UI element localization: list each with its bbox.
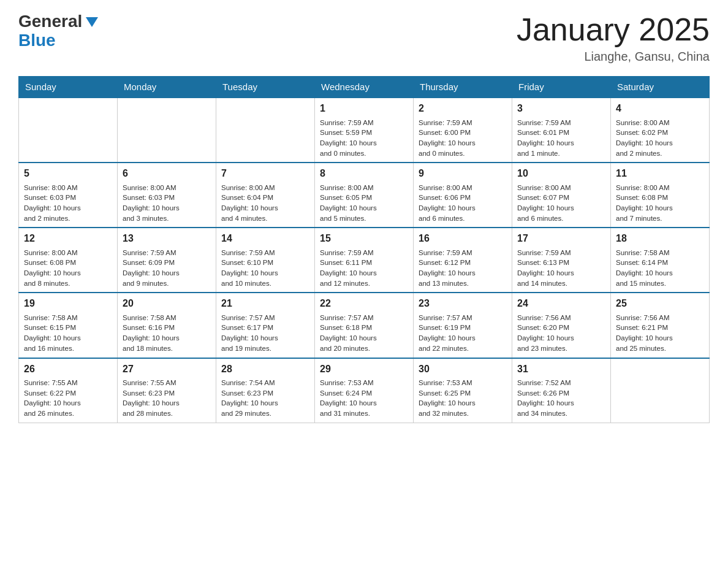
table-row: 20Sunrise: 7:58 AM Sunset: 6:16 PM Dayli…: [118, 293, 216, 358]
day-number: 17: [517, 232, 605, 245]
day-number: 29: [320, 362, 408, 376]
svg-marker-0: [86, 17, 98, 27]
header-wednesday: Wednesday: [315, 77, 414, 98]
day-info: Sunrise: 7:52 AM Sunset: 6:26 PM Dayligh…: [517, 378, 605, 419]
header-monday: Monday: [118, 77, 216, 98]
table-row: [118, 98, 216, 163]
header-sunday: Sunday: [19, 77, 118, 98]
table-row: 14Sunrise: 7:59 AM Sunset: 6:10 PM Dayli…: [216, 228, 315, 293]
day-number: 25: [616, 297, 704, 310]
day-number: 9: [419, 167, 507, 180]
day-info: Sunrise: 7:53 AM Sunset: 6:24 PM Dayligh…: [320, 378, 408, 419]
table-row: 15Sunrise: 7:59 AM Sunset: 6:11 PM Dayli…: [315, 228, 414, 293]
table-row: 17Sunrise: 7:59 AM Sunset: 6:13 PM Dayli…: [512, 228, 611, 293]
day-number: 22: [320, 297, 408, 310]
logo: General Blue: [18, 12, 100, 50]
day-info: Sunrise: 8:00 AM Sunset: 6:06 PM Dayligh…: [419, 183, 507, 224]
header-saturday: Saturday: [611, 77, 710, 98]
table-row: 7Sunrise: 8:00 AM Sunset: 6:04 PM Daylig…: [216, 163, 315, 228]
table-row: 28Sunrise: 7:54 AM Sunset: 6:23 PM Dayli…: [216, 358, 315, 423]
table-row: 24Sunrise: 7:56 AM Sunset: 6:20 PM Dayli…: [512, 293, 611, 358]
table-row: 21Sunrise: 7:57 AM Sunset: 6:17 PM Dayli…: [216, 293, 315, 358]
day-number: 21: [221, 297, 309, 310]
day-info: Sunrise: 8:00 AM Sunset: 6:05 PM Dayligh…: [320, 183, 408, 224]
day-info: Sunrise: 7:59 AM Sunset: 6:01 PM Dayligh…: [517, 118, 605, 159]
day-info: Sunrise: 7:59 AM Sunset: 5:59 PM Dayligh…: [320, 118, 408, 159]
table-row: [611, 358, 710, 423]
day-info: Sunrise: 7:57 AM Sunset: 6:19 PM Dayligh…: [419, 313, 507, 354]
logo-general-text: General: [18, 13, 82, 30]
day-info: Sunrise: 7:59 AM Sunset: 6:13 PM Dayligh…: [517, 248, 605, 289]
day-number: 24: [517, 297, 605, 310]
day-info: Sunrise: 8:00 AM Sunset: 6:04 PM Dayligh…: [221, 183, 309, 224]
header-friday: Friday: [512, 77, 611, 98]
day-number: 23: [419, 297, 507, 310]
calendar-week-row: 1Sunrise: 7:59 AM Sunset: 5:59 PM Daylig…: [19, 98, 710, 163]
table-row: 27Sunrise: 7:55 AM Sunset: 6:23 PM Dayli…: [118, 358, 216, 423]
calendar-table: Sunday Monday Tuesday Wednesday Thursday…: [18, 76, 710, 423]
table-row: 1Sunrise: 7:59 AM Sunset: 5:59 PM Daylig…: [315, 98, 414, 163]
table-row: 26Sunrise: 7:55 AM Sunset: 6:22 PM Dayli…: [19, 358, 118, 423]
table-row: 30Sunrise: 7:53 AM Sunset: 6:25 PM Dayli…: [414, 358, 512, 423]
day-number: 4: [616, 102, 704, 115]
day-number: 3: [517, 102, 605, 115]
day-number: 1: [320, 102, 408, 115]
table-row: 19Sunrise: 7:58 AM Sunset: 6:15 PM Dayli…: [19, 293, 118, 358]
day-info: Sunrise: 7:58 AM Sunset: 6:15 PM Dayligh…: [24, 313, 112, 354]
calendar-week-row: 19Sunrise: 7:58 AM Sunset: 6:15 PM Dayli…: [19, 293, 710, 358]
day-info: Sunrise: 8:00 AM Sunset: 6:02 PM Dayligh…: [616, 118, 704, 159]
title-section: January 2025 Lianghe, Gansu, China: [517, 12, 710, 64]
table-row: 6Sunrise: 8:00 AM Sunset: 6:03 PM Daylig…: [118, 163, 216, 228]
day-info: Sunrise: 8:00 AM Sunset: 6:03 PM Dayligh…: [123, 183, 211, 224]
table-row: 25Sunrise: 7:56 AM Sunset: 6:21 PM Dayli…: [611, 293, 710, 358]
table-row: 31Sunrise: 7:52 AM Sunset: 6:26 PM Dayli…: [512, 358, 611, 423]
day-info: Sunrise: 7:58 AM Sunset: 6:14 PM Dayligh…: [616, 248, 704, 289]
day-number: 28: [221, 362, 309, 376]
day-number: 5: [24, 167, 112, 180]
page-header: General Blue January 2025 Lianghe, Gansu…: [18, 12, 710, 64]
table-row: 2Sunrise: 7:59 AM Sunset: 6:00 PM Daylig…: [414, 98, 512, 163]
table-row: 9Sunrise: 8:00 AM Sunset: 6:06 PM Daylig…: [414, 163, 512, 228]
day-number: 27: [123, 362, 211, 376]
day-info: Sunrise: 7:56 AM Sunset: 6:21 PM Dayligh…: [616, 313, 704, 354]
day-info: Sunrise: 7:57 AM Sunset: 6:17 PM Dayligh…: [221, 313, 309, 354]
day-info: Sunrise: 7:59 AM Sunset: 6:12 PM Dayligh…: [419, 248, 507, 289]
table-row: [19, 98, 118, 163]
day-number: 11: [616, 167, 704, 180]
day-info: Sunrise: 7:55 AM Sunset: 6:22 PM Dayligh…: [24, 378, 112, 419]
day-info: Sunrise: 7:53 AM Sunset: 6:25 PM Dayligh…: [419, 378, 507, 419]
day-info: Sunrise: 7:56 AM Sunset: 6:20 PM Dayligh…: [517, 313, 605, 354]
day-number: 30: [419, 362, 507, 376]
table-row: 5Sunrise: 8:00 AM Sunset: 6:03 PM Daylig…: [19, 163, 118, 228]
table-row: 22Sunrise: 7:57 AM Sunset: 6:18 PM Dayli…: [315, 293, 414, 358]
day-number: 2: [419, 102, 507, 115]
day-info: Sunrise: 7:59 AM Sunset: 6:00 PM Dayligh…: [419, 118, 507, 159]
day-info: Sunrise: 7:59 AM Sunset: 6:11 PM Dayligh…: [320, 248, 408, 289]
table-row: 11Sunrise: 8:00 AM Sunset: 6:08 PM Dayli…: [611, 163, 710, 228]
day-number: 6: [123, 167, 211, 180]
day-number: 18: [616, 232, 704, 245]
calendar-header-row: Sunday Monday Tuesday Wednesday Thursday…: [19, 77, 710, 98]
day-info: Sunrise: 8:00 AM Sunset: 6:03 PM Dayligh…: [24, 183, 112, 224]
day-info: Sunrise: 7:57 AM Sunset: 6:18 PM Dayligh…: [320, 313, 408, 354]
header-thursday: Thursday: [414, 77, 512, 98]
table-row: 8Sunrise: 8:00 AM Sunset: 6:05 PM Daylig…: [315, 163, 414, 228]
day-number: 7: [221, 167, 309, 180]
table-row: 18Sunrise: 7:58 AM Sunset: 6:14 PM Dayli…: [611, 228, 710, 293]
calendar-week-row: 12Sunrise: 8:00 AM Sunset: 6:08 PM Dayli…: [19, 228, 710, 293]
main-title: January 2025: [517, 12, 710, 47]
day-info: Sunrise: 8:00 AM Sunset: 6:08 PM Dayligh…: [616, 183, 704, 224]
day-number: 13: [123, 232, 211, 245]
logo-blue-text: Blue: [18, 31, 56, 50]
day-info: Sunrise: 7:55 AM Sunset: 6:23 PM Dayligh…: [123, 378, 211, 419]
calendar-week-row: 26Sunrise: 7:55 AM Sunset: 6:22 PM Dayli…: [19, 358, 710, 423]
day-number: 12: [24, 232, 112, 245]
table-row: 12Sunrise: 8:00 AM Sunset: 6:08 PM Dayli…: [19, 228, 118, 293]
table-row: 3Sunrise: 7:59 AM Sunset: 6:01 PM Daylig…: [512, 98, 611, 163]
day-info: Sunrise: 8:00 AM Sunset: 6:08 PM Dayligh…: [24, 248, 112, 289]
day-number: 8: [320, 167, 408, 180]
day-number: 14: [221, 232, 309, 245]
day-number: 19: [24, 297, 112, 310]
table-row: 4Sunrise: 8:00 AM Sunset: 6:02 PM Daylig…: [611, 98, 710, 163]
day-number: 15: [320, 232, 408, 245]
